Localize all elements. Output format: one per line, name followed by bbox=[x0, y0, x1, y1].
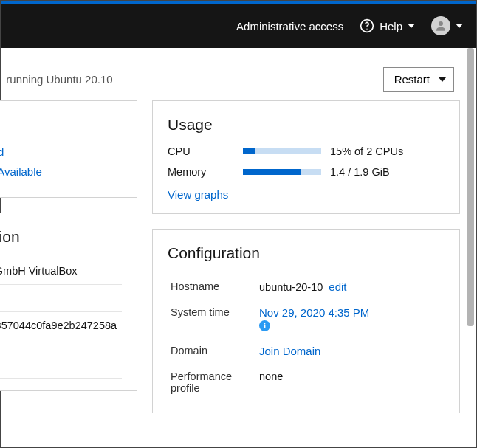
table-row: hine fc1d0aa357044c0fa9e2b247258a18a1 bbox=[0, 312, 122, 351]
admin-access-label: Administrative access bbox=[236, 20, 343, 32]
help-label: Help bbox=[380, 20, 402, 32]
view-graphs-link[interactable]: View graphs bbox=[168, 188, 228, 201]
admin-access-link[interactable]: Administrative access bbox=[236, 20, 343, 32]
edit-hostname-link[interactable]: edit bbox=[329, 280, 346, 293]
user-menu[interactable] bbox=[431, 16, 463, 35]
config-value: none bbox=[256, 364, 445, 401]
health-alert-updates[interactable]: Bug Fix Updates Available bbox=[0, 165, 122, 178]
system-info-title: tem information bbox=[0, 228, 122, 246]
sysinfo-value: 4 hours bbox=[0, 351, 122, 379]
hostname-value: ubuntu-20-10 bbox=[259, 281, 323, 293]
svg-point-2 bbox=[439, 21, 443, 26]
memory-usage-row: Memory 1.4 / 1.9 GiB bbox=[168, 166, 445, 178]
avatar bbox=[431, 16, 450, 35]
configuration-card: Configuration Hostname ubuntu-20-10 edit… bbox=[152, 229, 460, 413]
restart-button[interactable]: Restart bbox=[383, 67, 454, 92]
cpu-value: 15% of 2 CPUs bbox=[330, 145, 445, 157]
config-row-hostname: Hostname ubuntu-20-10 edit bbox=[168, 274, 445, 300]
system-info-card: tem information el innotek GmbH VirtualB… bbox=[0, 213, 137, 391]
config-row-domain: Domain Join Domain bbox=[168, 338, 445, 364]
configuration-title: Configuration bbox=[168, 244, 445, 262]
config-key: Hostname bbox=[168, 274, 256, 300]
memory-bar bbox=[243, 169, 321, 175]
config-value: Nov 29, 2020 4:35 PM i bbox=[256, 300, 445, 338]
svg-point-1 bbox=[366, 29, 367, 30]
os-subheading: running Ubuntu 20.10 bbox=[6, 73, 112, 86]
chevron-down-icon bbox=[408, 24, 415, 28]
top-nav: Administrative access Help bbox=[1, 4, 476, 48]
chevron-down-icon bbox=[439, 77, 446, 82]
health-card: alth l service has failed Bug Fix Update… bbox=[0, 100, 137, 198]
config-value: ubuntu-20-10 edit bbox=[256, 274, 445, 300]
config-row-systime: System time Nov 29, 2020 4:35 PM i bbox=[168, 300, 445, 338]
restart-label: Restart bbox=[394, 73, 430, 86]
config-key: Domain bbox=[168, 338, 256, 364]
health-title: alth bbox=[0, 116, 122, 134]
scrollbar-thumb[interactable] bbox=[467, 48, 474, 326]
table-row: t tag 0 bbox=[0, 285, 122, 312]
chevron-down-icon bbox=[456, 24, 463, 28]
config-row-perf: Performance profile none bbox=[168, 364, 445, 401]
sysinfo-value: 0 bbox=[0, 285, 122, 312]
cpu-usage-row: CPU 15% of 2 CPUs bbox=[168, 145, 445, 157]
table-row: me 4 hours bbox=[0, 351, 122, 379]
memory-value: 1.4 / 1.9 GiB bbox=[330, 166, 445, 178]
sysinfo-value: fc1d0aa357044c0fa9e2b247258a18a1 bbox=[0, 312, 122, 351]
join-domain-link[interactable]: Join Domain bbox=[259, 345, 320, 357]
sysinfo-value: innotek GmbH VirtualBox bbox=[0, 258, 122, 285]
page-title-row: ntu-20-10 running Ubuntu 20.10 bbox=[0, 66, 113, 89]
config-value: Join Domain bbox=[256, 338, 445, 364]
config-key: Performance profile bbox=[168, 364, 256, 401]
cpu-bar bbox=[243, 148, 321, 154]
usage-card: Usage CPU 15% of 2 CPUs Memory 1.4 / 1.9… bbox=[152, 100, 460, 214]
help-menu[interactable]: Help bbox=[360, 18, 415, 33]
help-icon bbox=[360, 18, 374, 33]
table-row: el innotek GmbH VirtualBox bbox=[0, 258, 122, 285]
info-icon[interactable]: i bbox=[259, 320, 270, 331]
usage-title: Usage bbox=[168, 116, 445, 134]
health-alert-service-failed[interactable]: l service has failed bbox=[0, 145, 122, 158]
cpu-label: CPU bbox=[168, 145, 234, 157]
system-time-link[interactable]: Nov 29, 2020 4:35 PM bbox=[259, 306, 369, 319]
scrollbar[interactable] bbox=[467, 48, 474, 445]
config-key: System time bbox=[168, 300, 256, 338]
memory-label: Memory bbox=[168, 166, 234, 178]
